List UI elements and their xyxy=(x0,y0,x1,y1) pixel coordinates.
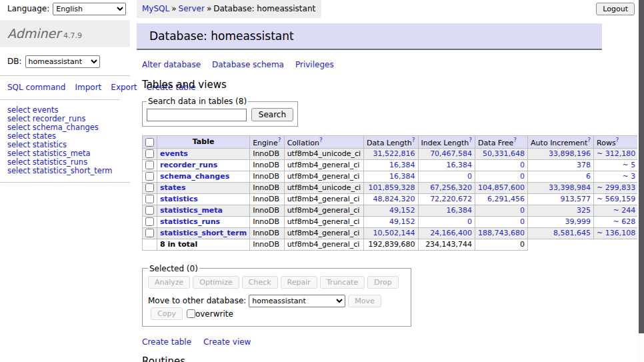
table-name-link[interactable]: statistics_short_term xyxy=(160,229,247,237)
help-icon[interactable]: ? xyxy=(319,137,323,143)
truncate-button[interactable]: Truncate xyxy=(320,276,365,289)
data-length-link[interactable]: 31,522,816 xyxy=(367,149,415,158)
auto-increment-link[interactable]: 8,581,645 xyxy=(531,229,591,237)
table-name-link[interactable]: statistics xyxy=(160,195,198,203)
move-database-select[interactable]: homeassistant xyxy=(249,295,345,307)
search-input[interactable] xyxy=(147,109,247,121)
rows-count-link[interactable]: ~ 5 xyxy=(597,161,635,169)
rows-count-link[interactable]: ~ 244 xyxy=(597,206,635,215)
collation-cell: utf8mb4_general_ci xyxy=(284,227,363,239)
index-length-link[interactable]: 67,256,320 xyxy=(421,183,473,192)
engine-cell: InnoDB xyxy=(250,182,284,193)
data-length-link[interactable]: 16,384 xyxy=(367,161,415,169)
overwrite-checkbox[interactable] xyxy=(187,309,195,318)
data-length-link[interactable]: 49,152 xyxy=(367,217,415,226)
auto-increment-link[interactable]: 378 xyxy=(531,161,591,169)
sidebar-item-select-statistics-short-term[interactable]: select statistics_short_term xyxy=(7,167,130,175)
help-icon[interactable]: ? xyxy=(278,137,281,143)
copy-button[interactable]: Copy xyxy=(151,307,183,320)
column-header-table: Table xyxy=(157,136,250,149)
analyze-button[interactable]: Analyze xyxy=(148,276,190,289)
data-free-link[interactable]: 0 xyxy=(478,161,525,169)
breadcrumb-current: Database: homeassistant xyxy=(213,4,315,13)
row-checkbox[interactable] xyxy=(145,195,154,203)
auto-increment-link[interactable]: 39,999 xyxy=(531,217,591,226)
data-free-link[interactable]: 6,291,456 xyxy=(478,195,525,203)
index-length-link[interactable]: 0 xyxy=(421,172,473,181)
optimize-button[interactable]: Optimize xyxy=(193,276,239,289)
drop-button[interactable]: Drop xyxy=(367,276,398,289)
row-checkbox[interactable] xyxy=(145,161,154,169)
data-free-link[interactable]: 0 xyxy=(478,217,525,226)
language-select[interactable]: English xyxy=(53,3,126,15)
auto-increment-link[interactable]: 6 xyxy=(531,172,591,181)
auto-increment-link[interactable]: 325 xyxy=(531,206,591,215)
search-button[interactable]: Search xyxy=(251,108,293,121)
index-length-link[interactable]: 16,384 xyxy=(421,161,473,169)
index-length-link[interactable]: 16,384 xyxy=(421,206,473,215)
export-link[interactable]: Export xyxy=(111,83,137,92)
sql-command-link[interactable]: SQL command xyxy=(7,83,65,92)
data-length-link[interactable]: 49,152 xyxy=(367,206,415,215)
data-free-link[interactable]: 188,743,680 xyxy=(478,229,525,237)
data-free-link[interactable]: 104,857,600 xyxy=(478,183,525,192)
row-checkbox[interactable] xyxy=(145,206,154,215)
database-schema-link[interactable]: Database schema xyxy=(212,60,284,69)
check-button[interactable]: Check xyxy=(242,276,278,289)
repair-button[interactable]: Repair xyxy=(281,276,317,289)
rows-count-link[interactable]: ~ 136,108 xyxy=(597,229,635,237)
help-icon[interactable]: ? xyxy=(412,137,415,143)
table-name-link[interactable]: states xyxy=(160,183,186,192)
breadcrumb-server-link[interactable]: Server xyxy=(179,4,205,13)
table-name-link[interactable]: schema_changes xyxy=(160,172,229,181)
data-length-link[interactable]: 10,502,144 xyxy=(367,229,415,237)
index-length-link[interactable]: 0 xyxy=(421,217,473,226)
index-length-link[interactable]: 24,166,400 xyxy=(421,229,473,237)
row-checkbox[interactable] xyxy=(145,217,154,226)
index-length-link[interactable]: 72,220,672 xyxy=(421,195,473,203)
help-icon[interactable]: ? xyxy=(469,137,472,143)
data-length-link[interactable]: 16,384 xyxy=(367,172,415,181)
table-name-link[interactable]: statistics_runs xyxy=(160,217,220,226)
row-checkbox[interactable] xyxy=(145,149,154,158)
table-name-link[interactable]: statistics_meta xyxy=(160,206,223,215)
auto-increment-link[interactable]: 913,577 xyxy=(531,195,591,203)
move-button[interactable]: Move xyxy=(348,295,381,307)
table-name-link[interactable]: events xyxy=(160,149,188,158)
auto-increment-link[interactable]: 33,898,196 xyxy=(531,149,591,158)
data-free-link[interactable]: 0 xyxy=(478,172,525,181)
privileges-link[interactable]: Privileges xyxy=(295,60,334,69)
engine-cell: InnoDB xyxy=(250,159,284,171)
breadcrumb-separator: » xyxy=(171,4,176,13)
breadcrumb-separator: » xyxy=(207,4,211,13)
breadcrumb-mysql-link[interactable]: MySQL xyxy=(142,4,169,13)
alter-database-link[interactable]: Alter database xyxy=(142,60,201,69)
table-name-link[interactable]: recorder_runs xyxy=(160,161,217,169)
scrollbar-thumb[interactable] xyxy=(639,0,644,333)
create-view-link[interactable]: Create view xyxy=(203,337,251,347)
index-length-link[interactable]: 70,467,584 xyxy=(421,149,473,158)
select-all-checkbox[interactable] xyxy=(145,138,154,147)
tables-list: Table Engine? Collation? Data Length? In… xyxy=(142,135,644,251)
data-free-link[interactable]: 50,331,648 xyxy=(478,149,525,158)
data-length-link[interactable]: 48,824,320 xyxy=(367,195,415,203)
create-table-link[interactable]: Create table xyxy=(142,337,191,347)
import-link[interactable]: Import xyxy=(75,83,101,92)
rows-count-link[interactable]: ~ 3 xyxy=(597,172,635,181)
scrollbar-track[interactable] xyxy=(637,0,644,362)
row-checkbox[interactable] xyxy=(145,229,154,237)
help-icon[interactable]: ? xyxy=(587,137,591,143)
rows-count-link[interactable]: ~ 299,833 xyxy=(597,183,635,192)
row-checkbox[interactable] xyxy=(145,172,154,181)
help-icon[interactable]: ? xyxy=(513,137,517,143)
rows-count-link[interactable]: ~ 628 xyxy=(597,217,635,226)
rows-count-link[interactable]: ~ 569,159 xyxy=(597,195,635,203)
data-free-link[interactable]: 0 xyxy=(478,206,525,215)
db-select[interactable]: homeassistant xyxy=(25,55,100,68)
table-row: statistics_runs InnoDB utf8mb4_general_c… xyxy=(143,216,644,227)
rows-count-link[interactable]: ~ 312,180 xyxy=(597,149,635,158)
row-checkbox[interactable] xyxy=(145,183,154,192)
help-icon[interactable]: ? xyxy=(616,137,619,143)
auto-increment-link[interactable]: 33,398,984 xyxy=(531,183,591,192)
data-length-link[interactable]: 101,859,328 xyxy=(367,183,415,192)
